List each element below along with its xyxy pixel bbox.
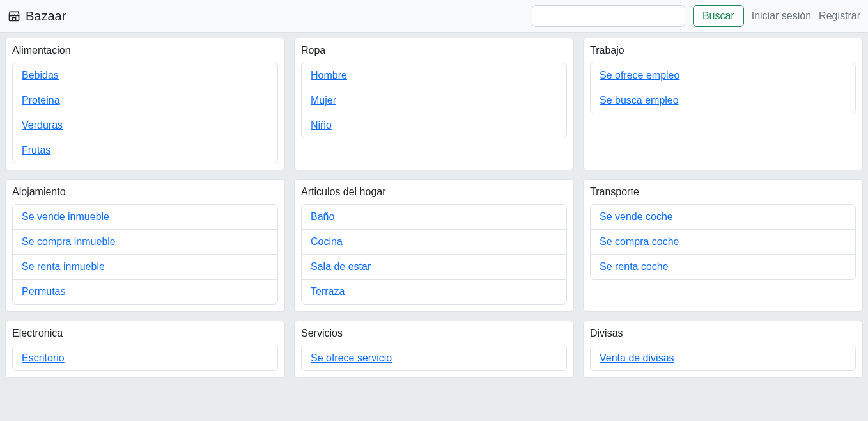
list-item: Verduras [13,113,277,138]
navbar: Bazaar Buscar Iniciar sesión Registrar [0,0,868,33]
category-card-trabajo: Trabajo Se ofrece empleo Se busca empleo [583,38,863,170]
category-list: Se ofrece servicio [301,346,567,371]
category-card-electronica: Electronica Escritorio [5,321,285,378]
category-link-vende-inmueble[interactable]: Se vende inmueble [22,211,109,222]
category-link-mujer[interactable]: Mujer [311,95,336,106]
list-item: Bebidas [13,63,277,88]
list-item: Permutas [13,280,277,304]
category-title: Divisas [590,328,856,339]
category-link-venta-divisas[interactable]: Venta de divisas [600,353,674,363]
category-link-cocina[interactable]: Cocina [311,236,343,247]
category-link-sala-estar[interactable]: Sala de estar [311,261,371,272]
list-item: Escritorio [13,346,277,370]
category-link-nino[interactable]: Niño [311,120,332,131]
list-item: Se compra inmueble [13,230,277,255]
category-link-renta-coche[interactable]: Se renta coche [600,261,669,272]
search-button[interactable]: Buscar [693,5,744,27]
list-item: Sala de estar [302,255,566,280]
search-input[interactable] [532,5,685,27]
category-row-1: Alimentacion Bebidas Proteina Verduras F… [5,38,863,170]
list-item: Venta de divisas [591,346,855,370]
category-link-escritorio[interactable]: Escritorio [22,353,65,363]
category-list: Se ofrece empleo Se busca empleo [590,63,856,113]
list-item: Se busca empleo [591,88,855,113]
category-link-compra-inmueble[interactable]: Se compra inmueble [22,236,116,247]
category-link-ofrece-empleo[interactable]: Se ofrece empleo [600,70,679,81]
category-list: Venta de divisas [590,346,856,371]
category-title: Ropa [301,45,567,56]
category-link-hombre[interactable]: Hombre [311,70,347,81]
list-item: Se vende inmueble [13,205,277,230]
list-item: Hombre [302,63,566,88]
category-link-proteina[interactable]: Proteina [22,95,60,106]
category-link-ofrece-servicio[interactable]: Se ofrece servicio [311,353,392,363]
category-link-busca-empleo[interactable]: Se busca empleo [600,95,679,106]
content: Alimentacion Bebidas Proteina Verduras F… [0,33,868,392]
brand-text: Bazaar [26,9,66,24]
list-item: Proteina [13,88,277,113]
category-list: Bebidas Proteina Verduras Frutas [12,63,278,163]
category-card-alojamiento: Alojamiento Se vende inmueble Se compra … [5,179,285,312]
list-item: Baño [302,205,566,230]
brand[interactable]: Bazaar [8,9,66,24]
category-link-bebidas[interactable]: Bebidas [22,70,59,81]
store-icon [8,10,20,22]
list-item: Terraza [302,280,566,304]
category-link-renta-inmueble[interactable]: Se renta inmueble [22,261,105,272]
category-card-servicios: Servicios Se ofrece servicio [294,321,574,378]
list-item: Se ofrece empleo [591,63,855,88]
category-card-alimentacion: Alimentacion Bebidas Proteina Verduras F… [5,38,285,170]
category-link-compra-coche[interactable]: Se compra coche [600,236,679,247]
category-list: Se vende coche Se compra coche Se renta … [590,204,856,280]
category-title: Transporte [590,186,856,198]
list-item: Se vende coche [591,205,855,230]
login-link[interactable]: Iniciar sesión [752,10,811,22]
category-row-3: Electronica Escritorio Servicios Se ofre… [5,321,863,378]
category-link-terraza[interactable]: Terraza [311,286,345,297]
category-row-2: Alojamiento Se vende inmueble Se compra … [5,179,863,312]
category-list: Se vende inmueble Se compra inmueble Se … [12,204,278,305]
category-card-articulos-hogar: Articulos del hogar Baño Cocina Sala de … [294,179,574,312]
register-link[interactable]: Registrar [819,10,860,22]
category-link-vende-coche[interactable]: Se vende coche [600,211,673,222]
category-title: Articulos del hogar [301,186,567,198]
list-item: Se ofrece servicio [302,346,566,370]
category-title: Alojamiento [12,186,278,198]
category-card-ropa: Ropa Hombre Mujer Niño [294,38,574,170]
category-link-frutas[interactable]: Frutas [22,145,50,155]
list-item: Niño [302,113,566,138]
category-list: Baño Cocina Sala de estar Terraza [301,204,567,305]
category-card-transporte: Transporte Se vende coche Se compra coch… [583,179,863,312]
category-title: Electronica [12,328,278,339]
list-item: Se renta inmueble [13,255,277,280]
category-link-verduras[interactable]: Verduras [22,120,63,131]
category-title: Trabajo [590,45,856,56]
category-card-divisas: Divisas Venta de divisas [583,321,863,378]
category-title: Alimentacion [12,45,278,56]
category-title: Servicios [301,328,567,339]
category-list: Hombre Mujer Niño [301,63,567,138]
category-link-bano[interactable]: Baño [311,211,334,222]
list-item: Se renta coche [591,255,855,279]
list-item: Mujer [302,88,566,113]
list-item: Cocina [302,230,566,255]
category-link-permutas[interactable]: Permutas [22,286,65,297]
list-item: Frutas [13,138,277,163]
list-item: Se compra coche [591,230,855,255]
category-list: Escritorio [12,346,278,371]
nav-right: Buscar Iniciar sesión Registrar [532,5,860,27]
